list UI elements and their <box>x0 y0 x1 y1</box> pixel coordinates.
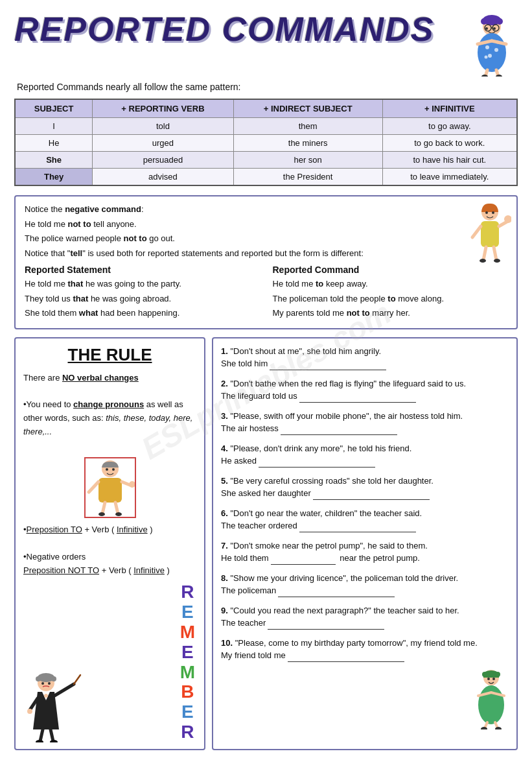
exercise-start-1: She told him <box>221 359 268 368</box>
remember-e2: E <box>181 643 195 663</box>
rule-character-box <box>23 457 196 518</box>
svg-line-39 <box>102 503 105 514</box>
svg-point-30 <box>480 259 486 263</box>
exercise-answer-5[interactable] <box>313 491 430 500</box>
svg-point-14 <box>484 56 487 59</box>
header: REPORTED COMMANDS <box>14 12 518 77</box>
remember-e1: E <box>181 602 195 622</box>
svg-point-7 <box>485 27 488 30</box>
table-cell-r2-c1: persuaded <box>93 152 233 169</box>
exercise-num-9: 9. <box>221 606 228 615</box>
remember-m2: M <box>180 663 196 683</box>
exercise-item-8: 8. "Show me your driving licence", the p… <box>221 572 509 597</box>
exercise-answer-10[interactable] <box>288 653 404 662</box>
exercise-start-9: The teacher <box>221 618 266 628</box>
svg-point-62 <box>495 672 500 677</box>
exercise-answer-short-7[interactable] <box>271 556 336 565</box>
svg-line-51 <box>54 684 74 696</box>
exercise-item-2: 2. "Don't bathe when the red flag is fly… <box>221 377 509 403</box>
reported-command-col: Reported Command He told me to keep away… <box>273 265 508 322</box>
table-cell-r3-c0: They <box>15 169 93 186</box>
table-cell-r2-c2: her son <box>233 152 382 169</box>
exercise-num-7: 7. <box>221 541 228 551</box>
exercise-start-10: My friend told me <box>221 650 286 660</box>
svg-point-2 <box>481 18 487 25</box>
exercise-num-1: 1. <box>221 346 228 356</box>
exercise-answer-8[interactable] <box>278 588 395 597</box>
exercise-character <box>470 668 513 729</box>
svg-line-55 <box>40 729 43 741</box>
exercise-item-10: 10. "Please, come to my birthday party t… <box>221 637 509 662</box>
rc-item-3: My parents told me not to marry her. <box>273 307 508 320</box>
svg-point-41 <box>98 512 105 516</box>
exercise-answer-3[interactable] <box>281 426 397 435</box>
svg-line-56 <box>51 729 53 741</box>
svg-point-45 <box>36 676 41 681</box>
exercise-answer-9[interactable] <box>268 621 384 630</box>
exercise-quote-4: "Please, don't drink any more", he told … <box>230 444 411 453</box>
svg-point-31 <box>494 259 500 263</box>
svg-point-46 <box>51 676 56 681</box>
exercise-item-3: 3. "Please, swith off your mobile phone"… <box>221 410 509 435</box>
table-cell-r1-c2: the miners <box>233 135 382 152</box>
grammar-table: SUBJECT + REPORTING VERB + INDIRECT SUBJ… <box>14 99 518 186</box>
exercise-item-6: 6. "Don't go near the water, children" t… <box>221 507 509 532</box>
exercise-quote-3: "Please, swith off your mobile phone", t… <box>230 411 463 421</box>
rule-line5: Preposition NOT TO + Verb ( Infinitive ) <box>23 564 196 578</box>
notice-columns: Reported Statement He told me that he wa… <box>25 265 507 322</box>
exercise-num-8: 8. <box>221 573 228 583</box>
svg-point-10 <box>485 45 489 49</box>
notice-example-1: He told me not to tell anyone. <box>25 218 507 231</box>
exercise-item-1: 1. "Don't shout at me", she told him ang… <box>221 345 509 370</box>
svg-line-28 <box>483 247 486 260</box>
exercise-num-2: 2. <box>221 379 228 388</box>
table-cell-r2-c3: to have his hair cut. <box>382 152 517 169</box>
exercise-quote-6: "Don't go near the water, children" the … <box>230 508 422 518</box>
exercise-item-9: 9. "Could you read the next paragraph?" … <box>221 604 509 630</box>
svg-line-52 <box>74 675 80 684</box>
rule-line2: •You need to change pronouns as well as … <box>23 398 196 438</box>
exercise-quote-10: "Please, come to my birthday party tomor… <box>235 638 478 648</box>
svg-point-61 <box>482 672 487 677</box>
rs-item-2: They told us that he was going abroad. <box>25 292 260 305</box>
exercise-answer-1[interactable] <box>270 361 386 370</box>
svg-point-64 <box>492 678 495 680</box>
table-cell-r2-c0: She <box>15 152 93 169</box>
exercise-num-4: 4. <box>221 444 228 453</box>
remember-container: R E M E M B E R <box>180 582 196 742</box>
remember-m1: M <box>180 622 196 643</box>
svg-point-34 <box>112 468 115 471</box>
exercise-start-6: The teacher ordered <box>221 521 297 530</box>
exercise-start-8: The policeman <box>221 586 276 595</box>
bottom-section: THE RULE There are NO verbal changes •Yo… <box>14 337 518 750</box>
table-cell-r1-c0: He <box>15 135 93 152</box>
table-cell-r0-c1: told <box>93 118 233 135</box>
notice-example-3: Notice that "tell" is used both for repo… <box>25 247 507 260</box>
rs-item-3: She told them what had been happening. <box>25 307 260 320</box>
page: ESLprintables.com REPORTED COMMANDS <box>0 0 532 758</box>
svg-line-29 <box>494 247 496 260</box>
table-cell-r3-c3: to leave immediately. <box>382 169 517 186</box>
character-svg-header <box>468 15 516 77</box>
svg-point-42 <box>115 512 122 516</box>
col-header-subject: SUBJECT <box>15 99 93 118</box>
exercise-quote-2: "Don't bathe when the red flag is flying… <box>230 379 466 388</box>
exercise-answer-4[interactable] <box>259 458 375 468</box>
exercise-num-10: 10. <box>221 638 233 648</box>
rule-line1: There are NO verbal changes <box>23 372 196 385</box>
exercise-quote-7: "Don't smoke near the petrol pump", he s… <box>230 541 427 551</box>
notice-character <box>469 202 511 266</box>
exercise-item-7: 7. "Don't smoke near the petrol pump", h… <box>221 539 509 565</box>
header-character <box>466 12 518 77</box>
svg-line-25 <box>472 226 481 237</box>
col-header-infinitive: + INFINITIVE <box>382 99 517 118</box>
character-svg-notice <box>469 202 511 266</box>
reported-statement-title: Reported Statement <box>25 265 260 275</box>
rule-text: There are NO verbal changes •You need to… <box>23 372 196 578</box>
exercise-num-6: 6. <box>221 508 228 518</box>
exercise-start-4: He asked <box>221 456 257 466</box>
exercise-quote-1: "Don't shout at me", she told him angril… <box>230 346 381 356</box>
exercise-answer-6[interactable] <box>299 523 416 532</box>
exercise-answer-2[interactable] <box>299 394 416 403</box>
rule-panel: THE RULE There are NO verbal changes •Yo… <box>14 337 205 750</box>
